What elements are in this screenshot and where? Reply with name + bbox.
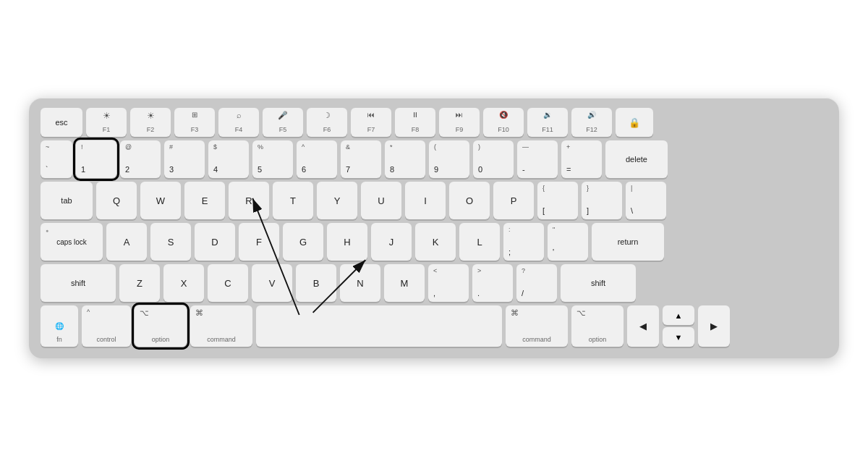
key-f5[interactable]: 🎤 F5 (263, 108, 303, 137)
key-7[interactable]: & 7 (341, 140, 381, 178)
key-comma[interactable]: < , (428, 264, 469, 302)
key-f1[interactable]: ☀ F1 (86, 108, 127, 137)
asdf-row: ● caps lock A S D F G H J K L : ; " ' re… (41, 223, 827, 261)
key-tab[interactable]: tab (41, 182, 93, 219)
key-option-right[interactable]: ⌥ option (571, 305, 624, 347)
key-5[interactable]: % 5 (252, 140, 293, 178)
key-v[interactable]: V (252, 264, 292, 302)
key-t[interactable]: T (273, 182, 313, 219)
key-3[interactable]: # 3 (164, 140, 205, 178)
key-g[interactable]: G (283, 223, 323, 261)
key-8[interactable]: * 8 (385, 140, 425, 178)
key-shift-left[interactable]: shift (41, 264, 116, 302)
fn-row: esc ☀ F1 ☀ F2 ⊞ F3 ⌕ F4 🎤 F5 ☽ (41, 108, 827, 137)
key-f8[interactable]: ⏸ F8 (395, 108, 435, 137)
key-return[interactable]: return (592, 223, 664, 261)
key-shift-right[interactable]: shift (561, 264, 636, 302)
key-d[interactable]: D (195, 223, 235, 261)
key-arrow-down[interactable]: ▼ (663, 327, 694, 347)
key-y[interactable]: Y (317, 182, 357, 219)
key-bracket-left[interactable]: { [ (537, 182, 578, 219)
key-p[interactable]: P (493, 182, 534, 219)
key-tilde[interactable]: ~ ` (41, 140, 72, 178)
keyboard: esc ☀ F1 ☀ F2 ⊞ F3 ⌕ F4 🎤 F5 ☽ (29, 98, 839, 358)
key-arrow-right[interactable]: ▶ (698, 305, 730, 347)
key-period[interactable]: > . (472, 264, 513, 302)
key-command-right[interactable]: ⌘ command (506, 305, 568, 347)
key-a[interactable]: A (106, 223, 147, 261)
key-backslash[interactable]: | \ (626, 182, 666, 219)
key-quote[interactable]: " ' (548, 223, 588, 261)
key-2[interactable]: @ 2 (120, 140, 161, 178)
arrow-ud-container: ▲ ▼ (663, 305, 694, 347)
key-control[interactable]: ^ control (82, 305, 131, 347)
key-delete[interactable]: delete (605, 140, 668, 178)
key-bracket-right[interactable]: } ] (582, 182, 622, 219)
key-lock[interactable]: 🔒 (616, 108, 653, 137)
key-esc[interactable]: esc (41, 108, 82, 137)
key-f10[interactable]: 🔇 F10 (483, 108, 524, 137)
key-k[interactable]: K (415, 223, 456, 261)
key-z[interactable]: Z (119, 264, 160, 302)
key-n[interactable]: N (340, 264, 380, 302)
key-x[interactable]: X (163, 264, 204, 302)
key-space[interactable] (256, 305, 502, 347)
key-f9[interactable]: ⏭ F9 (439, 108, 480, 137)
key-f6[interactable]: ☽ F6 (307, 108, 347, 137)
key-arrow-left[interactable]: ◀ (627, 305, 659, 347)
key-c[interactable]: C (208, 264, 248, 302)
key-f12[interactable]: 🔊 F12 (571, 108, 612, 137)
keyboard-rows: esc ☀ F1 ☀ F2 ⊞ F3 ⌕ F4 🎤 F5 ☽ (41, 108, 827, 347)
key-m[interactable]: M (384, 264, 425, 302)
key-9[interactable]: ( 9 (429, 140, 469, 178)
bottom-row: 🌐 fn ^ control ⌥ option ⌘ command ⌘ comm… (41, 305, 827, 347)
key-slash[interactable]: ? / (516, 264, 557, 302)
key-semicolon[interactable]: : ; (503, 223, 544, 261)
key-1[interactable]: ! 1 (76, 140, 116, 178)
key-6[interactable]: ^ 6 (297, 140, 337, 178)
num-row: ~ ` ! 1 @ 2 # 3 $ 4 % 5 (41, 140, 827, 178)
key-arrow-up[interactable]: ▲ (663, 305, 694, 325)
qwerty-row: tab Q W E R T Y U I O P { [ } ] | \ (41, 182, 827, 219)
key-h[interactable]: H (327, 223, 367, 261)
key-l[interactable]: L (459, 223, 500, 261)
key-4[interactable]: $ 4 (208, 140, 249, 178)
key-fn[interactable]: 🌐 fn (41, 305, 78, 347)
key-q[interactable]: Q (96, 182, 137, 219)
key-f2[interactable]: ☀ F2 (130, 108, 171, 137)
key-f3[interactable]: ⊞ F3 (174, 108, 215, 137)
key-minus[interactable]: — - (517, 140, 558, 178)
key-f7[interactable]: ⏮ F7 (351, 108, 391, 137)
key-u[interactable]: U (361, 182, 401, 219)
key-e[interactable]: E (184, 182, 225, 219)
key-j[interactable]: J (371, 223, 412, 261)
key-i[interactable]: I (405, 182, 446, 219)
key-b[interactable]: B (296, 264, 336, 302)
zxcv-row: shift Z X C V B N M < , > . ? / shift (41, 264, 827, 302)
key-w[interactable]: W (140, 182, 181, 219)
key-f11[interactable]: 🔉 F11 (527, 108, 568, 137)
key-r[interactable]: R (229, 182, 269, 219)
key-o[interactable]: O (449, 182, 490, 219)
key-capslock[interactable]: ● caps lock (41, 223, 103, 261)
key-0[interactable]: ) 0 (473, 140, 514, 178)
key-f4[interactable]: ⌕ F4 (218, 108, 259, 137)
key-command-left[interactable]: ⌘ command (190, 305, 252, 347)
key-s[interactable]: S (150, 223, 191, 261)
key-f[interactable]: F (239, 223, 279, 261)
key-equals[interactable]: + = (561, 140, 602, 178)
key-option-left[interactable]: ⌥ option (135, 305, 187, 347)
